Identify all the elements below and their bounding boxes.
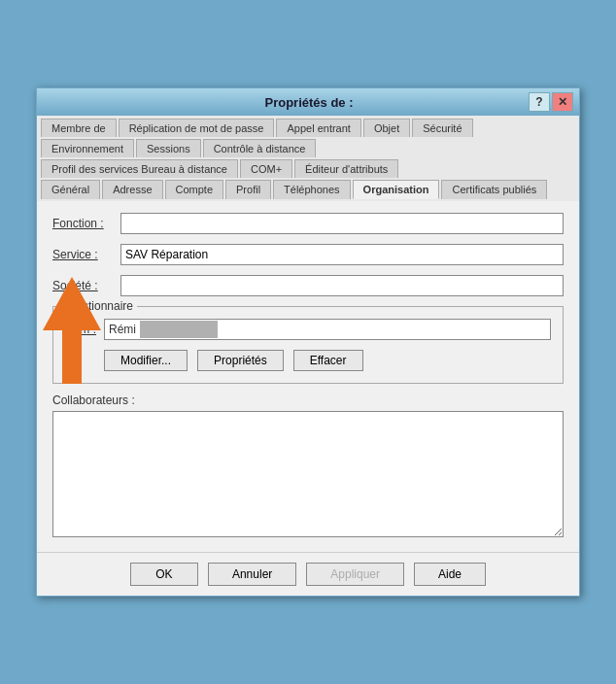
tab-securite[interactable]: Sécurité xyxy=(412,119,472,137)
help-button[interactable]: ? xyxy=(529,92,550,112)
tab-row-3: Profil des services Bureau à distance CO… xyxy=(41,159,575,180)
tab-row-1: Membre de Réplication de mot de passe Ap… xyxy=(41,119,575,139)
tab-controle-distance[interactable]: Contrôle à distance xyxy=(203,139,317,157)
modifier-button[interactable]: Modifier... xyxy=(104,350,188,371)
tab-sessions[interactable]: Sessions xyxy=(136,139,201,157)
tab-organisation[interactable]: Organisation xyxy=(353,180,440,199)
title-bar: Propriétés de : ? ✕ xyxy=(37,88,579,116)
close-button[interactable]: ✕ xyxy=(552,92,573,112)
fonction-row: Fonction : xyxy=(52,213,564,234)
ok-button[interactable]: OK xyxy=(130,563,198,586)
arrow-container xyxy=(43,277,101,387)
tab-profil[interactable]: Profil xyxy=(225,180,271,199)
tab-replication[interactable]: Réplication de mot de passe xyxy=(119,119,275,137)
tab-editeur[interactable]: Éditeur d'attributs xyxy=(294,159,398,178)
fonction-label: Fonction : xyxy=(52,217,120,230)
fonction-input[interactable] xyxy=(120,213,564,234)
tab-membre-de[interactable]: Membre de xyxy=(41,119,117,137)
annuler-button[interactable]: Annuler xyxy=(208,563,296,586)
svg-marker-0 xyxy=(43,277,101,384)
dialog-body: Fonction : Service : Société : Gestionna… xyxy=(37,201,579,596)
tab-general[interactable]: Général xyxy=(41,180,100,199)
tab-appel-entrant[interactable]: Appel entrant xyxy=(276,119,360,137)
tab-profil-bureau[interactable]: Profil des services Bureau à distance xyxy=(41,159,238,178)
tab-row-4: Général Adresse Compte Profil Téléphones… xyxy=(41,180,575,201)
properties-dialog: Propriétés de : ? ✕ Membre de Réplicatio… xyxy=(36,87,580,597)
service-row: Service : xyxy=(52,244,564,265)
tab-adresse[interactable]: Adresse xyxy=(102,180,162,199)
nom-grey-block xyxy=(140,321,218,338)
tab-compte[interactable]: Compte xyxy=(165,180,224,199)
content-area: Fonction : Service : Société : Gestionna… xyxy=(37,201,579,552)
arrow-up-icon xyxy=(43,277,101,384)
dialog-footer: OK Annuler Appliquer Aide xyxy=(37,552,579,596)
gestionnaire-buttons-row: Modifier... Propriétés Effacer xyxy=(104,350,551,371)
tab-environnement[interactable]: Environnement xyxy=(41,139,134,157)
tab-objet[interactable]: Objet xyxy=(363,119,410,137)
service-input[interactable] xyxy=(120,244,564,265)
title-bar-buttons: ? ✕ xyxy=(529,92,573,112)
effacer-button[interactable]: Effacer xyxy=(293,350,363,371)
societe-row: Société : xyxy=(52,275,564,296)
tab-certificats[interactable]: Certificats publiés xyxy=(441,180,547,199)
tab-telephones[interactable]: Téléphones xyxy=(273,180,351,199)
appliquer-button[interactable]: Appliquer xyxy=(306,563,404,586)
nom-row: Nom : Rémi xyxy=(65,319,551,340)
tabs-section: Membre de Réplication de mot de passe Ap… xyxy=(37,116,579,201)
proprietes-button[interactable]: Propriétés xyxy=(197,350,284,371)
groupbox-content: Nom : Rémi Modifier... Propriétés Efface… xyxy=(65,319,551,371)
gestionnaire-groupbox: Gestionnaire Nom : Rémi Modifier... Prop… xyxy=(52,306,564,384)
collaborateurs-textarea[interactable] xyxy=(52,411,564,537)
service-label: Service : xyxy=(52,248,120,261)
aide-button[interactable]: Aide xyxy=(414,563,486,586)
collaborateurs-label: Collaborateurs : xyxy=(52,393,564,407)
nom-value: Rémi xyxy=(109,323,136,336)
dialog-title: Propriétés de : xyxy=(89,95,529,110)
tab-row-2: Environnement Sessions Contrôle à distan… xyxy=(41,139,575,159)
nom-field: Rémi xyxy=(104,319,551,340)
tab-com[interactable]: COM+ xyxy=(240,159,292,178)
collaborateurs-section: Collaborateurs : xyxy=(52,393,564,540)
societe-input[interactable] xyxy=(120,275,564,296)
